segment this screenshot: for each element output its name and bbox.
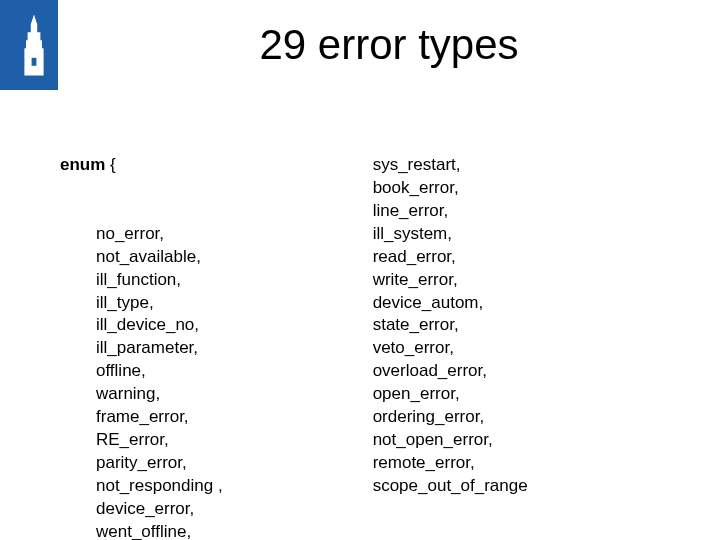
enum-item: veto_error,	[373, 337, 528, 360]
enum-column-right: sys_restart,book_error,line_error,ill_sy…	[363, 108, 528, 540]
enum-item: RE_error,	[96, 429, 223, 452]
enum-column-left: enum { no_error,not_available,ill_functi…	[56, 108, 223, 540]
enum-block: enum { no_error,not_available,ill_functi…	[56, 108, 690, 540]
enum-item: device_autom,	[373, 292, 528, 315]
enum-right-items: sys_restart,book_error,line_error,ill_sy…	[373, 154, 528, 498]
tower-logo	[10, 0, 58, 90]
enum-item: line_error,	[373, 200, 528, 223]
enum-item: ordering_error,	[373, 406, 528, 429]
enum-keyword: enum	[60, 155, 105, 174]
enum-item: ill_parameter,	[96, 337, 223, 360]
enum-item: went_offline,	[96, 521, 223, 540]
svg-rect-1	[32, 58, 37, 66]
enum-item: overload_error,	[373, 360, 528, 383]
enum-item: no_error,	[96, 223, 223, 246]
enum-item: not_open_error,	[373, 429, 528, 452]
enum-item: ill_system,	[373, 223, 528, 246]
enum-item: sys_restart,	[373, 154, 528, 177]
enum-item: not_responding ,	[96, 475, 223, 498]
title-bar: 29 error types	[0, 0, 720, 90]
title-area: 29 error types	[58, 0, 720, 90]
enum-item: write_error,	[373, 269, 528, 292]
enum-item: ill_device_no,	[96, 314, 223, 337]
enum-item: offline,	[96, 360, 223, 383]
enum-item: frame_error,	[96, 406, 223, 429]
slide: 29 error types enum { no_error,not_avail…	[0, 0, 720, 540]
enum-item: ill_type,	[96, 292, 223, 315]
page-title: 29 error types	[259, 21, 518, 69]
enum-item: device_error,	[96, 498, 223, 521]
enum-item: read_error,	[373, 246, 528, 269]
enum-item: not_available,	[96, 246, 223, 269]
enum-item: warning,	[96, 383, 223, 406]
svg-marker-0	[24, 15, 43, 76]
enum-item: remote_error,	[373, 452, 528, 475]
enum-left-items: no_error,not_available,ill_function,ill_…	[60, 223, 223, 540]
enum-item: parity_error,	[96, 452, 223, 475]
tower-icon	[18, 9, 50, 81]
enum-item: ill_function,	[96, 269, 223, 292]
enum-item: book_error,	[373, 177, 528, 200]
content-area: enum { no_error,not_available,ill_functi…	[0, 90, 720, 540]
enum-item: scope_out_of_range	[373, 475, 528, 498]
enum-item: state_error,	[373, 314, 528, 337]
enum-item: open_error,	[373, 383, 528, 406]
enum-open-line: enum {	[60, 154, 223, 177]
enum-open-brace: {	[110, 155, 116, 174]
